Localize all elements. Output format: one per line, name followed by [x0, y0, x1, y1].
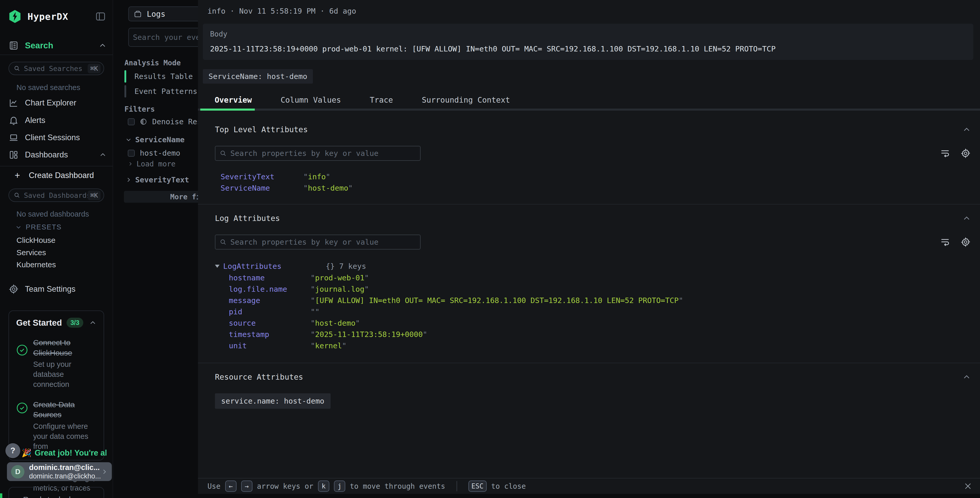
attribute-row[interactable]: log.file.name journal.log: [198, 284, 980, 295]
attribute-row[interactable]: source host-demo: [198, 318, 980, 329]
saved-dashboards-search[interactable]: ⌘K: [8, 188, 104, 202]
body-label: Body: [210, 30, 966, 38]
attribute-row[interactable]: ServiceName host-demo: [198, 182, 980, 194]
tab-trace[interactable]: Trace: [370, 96, 393, 104]
chevron-up-icon[interactable]: [99, 42, 107, 49]
toast-edge: [0, 493, 2, 498]
property-search-box[interactable]: [215, 235, 421, 249]
wrap-lines-icon[interactable]: [940, 148, 950, 158]
attribute-row[interactable]: SeverityText info: [198, 171, 980, 182]
attribute-row[interactable]: unit kernel: [198, 340, 980, 351]
event-detail-panel: info · Nov 11 5:58:19 PM · 6d ago Body 2…: [198, 0, 980, 494]
chevron-down-icon: [16, 224, 22, 230]
attribute-row[interactable]: pid: [198, 306, 980, 318]
tab-column-values[interactable]: Column Values: [281, 96, 341, 104]
severity-level: info: [207, 7, 226, 16]
section-top-level-attributes: Top Level Attributes: [198, 125, 980, 134]
preset-label: ClickHouse: [16, 236, 56, 245]
get-started-item-title: Create Data Sources: [33, 399, 96, 420]
property-search-input[interactable]: [230, 238, 416, 246]
body-text: 2025-11-11T23:58:19+0000 prod-web-01 ker…: [210, 45, 966, 53]
gear-icon[interactable]: [961, 148, 971, 158]
dot-separator: ·: [230, 7, 234, 16]
filter-group-label: SeverityText: [135, 176, 189, 184]
saved-searches-input[interactable]: [24, 65, 88, 73]
check-circle-icon: [16, 344, 28, 356]
collapse-sidebar-icon[interactable]: [95, 11, 107, 22]
section-log-attributes: Log Attributes: [198, 214, 980, 223]
attribute-row[interactable]: timestamp 2025-11-11T23:58:19+0000: [198, 329, 980, 340]
caret-down-icon[interactable]: [215, 265, 220, 268]
mode-label: Results Table: [134, 72, 193, 81]
sidebar-item-label: Search: [25, 41, 53, 50]
esc-key: ESC: [468, 480, 487, 492]
search-icon: [14, 192, 20, 199]
presets-label: PRESETS: [26, 223, 62, 231]
search-icon: [14, 65, 20, 72]
sidebar-item-team-settings[interactable]: Team Settings: [8, 283, 107, 296]
keys-count: {} 7 keys: [326, 262, 366, 271]
body-card: Body 2025-11-11T23:58:19+0000 prod-web-0…: [203, 24, 973, 60]
mode-event-patterns[interactable]: Event Patterns: [124, 84, 209, 99]
create-dashboard-button[interactable]: + Create Dashboard: [8, 169, 107, 182]
preset-item-clickhouse[interactable]: ClickHouse: [16, 235, 104, 246]
attribute-key: hostname: [229, 273, 310, 282]
presets-toggle[interactable]: PRESETS: [16, 222, 62, 232]
sidebar-item-chart-explorer[interactable]: Chart Explorer: [8, 96, 107, 110]
arrow-right-key: →: [241, 480, 253, 492]
log-attributes-root-row[interactable]: LogAttributes {} 7 keys: [198, 260, 980, 272]
line-chart-icon: [8, 98, 19, 108]
attribute-key: ServiceName: [221, 184, 303, 192]
user-account-button[interactable]: D dominic.tran@clic... dominic.tran@clic…: [7, 462, 112, 481]
analysis-mode-label: Analysis Mode: [124, 59, 181, 67]
denoise-checkbox[interactable]: [128, 118, 135, 125]
event-meta-line: info · Nov 11 5:58:19 PM · 6d ago: [198, 7, 980, 16]
gear-icon[interactable]: [961, 237, 971, 247]
plus-icon: +: [15, 170, 20, 181]
property-search-box[interactable]: [215, 146, 421, 161]
property-search-input[interactable]: [230, 149, 416, 158]
service-name-chip[interactable]: ServiceName: host-demo: [203, 69, 313, 84]
saved-dashboards-input[interactable]: [24, 192, 88, 200]
filter-group-servicename[interactable]: ServiceName: [126, 134, 210, 145]
chevron-up-icon[interactable]: [89, 319, 96, 326]
preset-item-kubernetes[interactable]: Kubernetes: [16, 259, 104, 270]
chevron-up-icon[interactable]: [99, 151, 107, 158]
load-more-button[interactable]: Load more: [128, 158, 205, 169]
filter-value-label: host-demo: [140, 149, 180, 157]
search-icon: [220, 150, 227, 157]
close-icon[interactable]: [964, 482, 972, 490]
mode-results-table[interactable]: Results Table: [124, 69, 209, 84]
detail-footer-bar: Use ← → arrow keys or k j to move throug…: [198, 478, 980, 494]
party-popper-icon: 🎉: [22, 449, 32, 457]
wrap-lines-icon[interactable]: [940, 237, 950, 247]
attribute-value: kernel: [310, 342, 347, 350]
chevron-right-icon: [128, 161, 133, 166]
tab-overview[interactable]: Overview: [215, 96, 252, 104]
arrow-left-key: ←: [225, 480, 237, 492]
chevron-up-icon[interactable]: [963, 373, 971, 381]
get-started-item[interactable]: Create Data Sources Configure where your…: [16, 399, 96, 452]
sidebar-item-client-sessions[interactable]: Client Sessions: [8, 131, 107, 144]
get-started-item[interactable]: Connect to ClickHouse Set up your databa…: [16, 337, 96, 390]
saved-searches-search[interactable]: ⌘K: [8, 62, 104, 75]
chevron-right-icon: [126, 177, 132, 183]
tab-surrounding-context[interactable]: Surrounding Context: [422, 96, 510, 104]
sidebar-item-alerts[interactable]: Alerts: [8, 114, 107, 127]
attribute-row[interactable]: message [UFW ALLOW] IN=eth0 OUT= MAC= SR…: [198, 295, 980, 306]
chevron-up-icon[interactable]: [963, 126, 971, 134]
section-resource-attributes: Resource Attributes: [198, 372, 980, 381]
filter-group-severitytext[interactable]: SeverityText: [126, 174, 210, 186]
sidebar-item-search[interactable]: Search: [8, 39, 107, 52]
help-button[interactable]: ?: [5, 443, 20, 458]
host-demo-checkbox[interactable]: [128, 150, 135, 156]
get-started-card: Get Started 3/3 Connect to ClickHouse Se…: [8, 310, 104, 460]
chevron-up-icon[interactable]: [963, 214, 971, 222]
sidebar-item-dashboards[interactable]: Dashboards: [8, 148, 107, 161]
attribute-row[interactable]: hostname prod-web-01: [198, 272, 980, 284]
resource-attribute-chip[interactable]: service.name: host-demo: [215, 393, 331, 409]
preset-item-services[interactable]: Services: [16, 247, 104, 258]
k-key: k: [318, 480, 329, 492]
event-detail-content: info · Nov 11 5:58:19 PM · 6d ago Body 2…: [198, 0, 980, 478]
attribute-value: journal.log: [310, 285, 369, 294]
